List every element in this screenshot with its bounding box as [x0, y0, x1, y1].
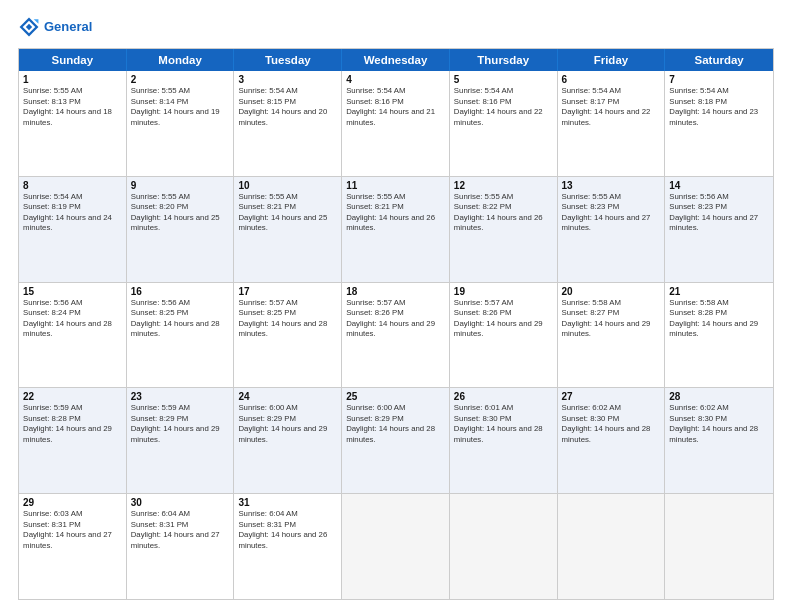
cell-info: Sunrise: 5:57 AM Sunset: 8:26 PM Dayligh… [454, 298, 553, 340]
day-number: 23 [131, 391, 230, 402]
cell-info: Sunrise: 6:01 AM Sunset: 8:30 PM Dayligh… [454, 403, 553, 445]
header-day-tuesday: Tuesday [234, 49, 342, 71]
day-number: 13 [562, 180, 661, 191]
day-number: 11 [346, 180, 445, 191]
day-number: 16 [131, 286, 230, 297]
cell-info: Sunrise: 6:00 AM Sunset: 8:29 PM Dayligh… [238, 403, 337, 445]
header-day-friday: Friday [558, 49, 666, 71]
day-number: 12 [454, 180, 553, 191]
calendar-cell-14: 14Sunrise: 5:56 AM Sunset: 8:23 PM Dayli… [665, 177, 773, 282]
logo-text: General [44, 19, 92, 35]
cell-info: Sunrise: 5:57 AM Sunset: 8:25 PM Dayligh… [238, 298, 337, 340]
calendar-cell-17: 17Sunrise: 5:57 AM Sunset: 8:25 PM Dayli… [234, 283, 342, 388]
calendar-cell-13: 13Sunrise: 5:55 AM Sunset: 8:23 PM Dayli… [558, 177, 666, 282]
cell-info: Sunrise: 5:54 AM Sunset: 8:16 PM Dayligh… [346, 86, 445, 128]
day-number: 8 [23, 180, 122, 191]
cell-info: Sunrise: 5:55 AM Sunset: 8:20 PM Dayligh… [131, 192, 230, 234]
calendar-cell-empty [450, 494, 558, 599]
calendar-cell-1: 1Sunrise: 5:55 AM Sunset: 8:13 PM Daylig… [19, 71, 127, 176]
calendar-header: SundayMondayTuesdayWednesdayThursdayFrid… [19, 49, 773, 71]
calendar-cell-26: 26Sunrise: 6:01 AM Sunset: 8:30 PM Dayli… [450, 388, 558, 493]
day-number: 15 [23, 286, 122, 297]
day-number: 17 [238, 286, 337, 297]
calendar-row-1: 8Sunrise: 5:54 AM Sunset: 8:19 PM Daylig… [19, 176, 773, 282]
header-day-wednesday: Wednesday [342, 49, 450, 71]
logo-line1: General [44, 19, 92, 34]
day-number: 6 [562, 74, 661, 85]
day-number: 26 [454, 391, 553, 402]
cell-info: Sunrise: 5:55 AM Sunset: 8:21 PM Dayligh… [238, 192, 337, 234]
calendar-cell-24: 24Sunrise: 6:00 AM Sunset: 8:29 PM Dayli… [234, 388, 342, 493]
cell-info: Sunrise: 6:02 AM Sunset: 8:30 PM Dayligh… [562, 403, 661, 445]
page: General SundayMondayTuesdayWednesdayThur… [0, 0, 792, 612]
logo-icon [18, 16, 40, 38]
header-day-sunday: Sunday [19, 49, 127, 71]
calendar-cell-15: 15Sunrise: 5:56 AM Sunset: 8:24 PM Dayli… [19, 283, 127, 388]
day-number: 20 [562, 286, 661, 297]
day-number: 14 [669, 180, 769, 191]
calendar-cell-9: 9Sunrise: 5:55 AM Sunset: 8:20 PM Daylig… [127, 177, 235, 282]
cell-info: Sunrise: 5:59 AM Sunset: 8:28 PM Dayligh… [23, 403, 122, 445]
calendar-row-2: 15Sunrise: 5:56 AM Sunset: 8:24 PM Dayli… [19, 282, 773, 388]
cell-info: Sunrise: 5:56 AM Sunset: 8:23 PM Dayligh… [669, 192, 769, 234]
calendar-cell-30: 30Sunrise: 6:04 AM Sunset: 8:31 PM Dayli… [127, 494, 235, 599]
calendar-cell-28: 28Sunrise: 6:02 AM Sunset: 8:30 PM Dayli… [665, 388, 773, 493]
calendar-row-4: 29Sunrise: 6:03 AM Sunset: 8:31 PM Dayli… [19, 493, 773, 599]
calendar-cell-18: 18Sunrise: 5:57 AM Sunset: 8:26 PM Dayli… [342, 283, 450, 388]
cell-info: Sunrise: 5:54 AM Sunset: 8:17 PM Dayligh… [562, 86, 661, 128]
calendar: SundayMondayTuesdayWednesdayThursdayFrid… [18, 48, 774, 600]
header: General [18, 16, 774, 38]
day-number: 10 [238, 180, 337, 191]
calendar-cell-empty [665, 494, 773, 599]
calendar-cell-31: 31Sunrise: 6:04 AM Sunset: 8:31 PM Dayli… [234, 494, 342, 599]
calendar-cell-3: 3Sunrise: 5:54 AM Sunset: 8:15 PM Daylig… [234, 71, 342, 176]
calendar-cell-12: 12Sunrise: 5:55 AM Sunset: 8:22 PM Dayli… [450, 177, 558, 282]
calendar-cell-21: 21Sunrise: 5:58 AM Sunset: 8:28 PM Dayli… [665, 283, 773, 388]
cell-info: Sunrise: 6:03 AM Sunset: 8:31 PM Dayligh… [23, 509, 122, 551]
day-number: 22 [23, 391, 122, 402]
calendar-cell-11: 11Sunrise: 5:55 AM Sunset: 8:21 PM Dayli… [342, 177, 450, 282]
header-day-monday: Monday [127, 49, 235, 71]
day-number: 31 [238, 497, 337, 508]
day-number: 24 [238, 391, 337, 402]
calendar-cell-23: 23Sunrise: 5:59 AM Sunset: 8:29 PM Dayli… [127, 388, 235, 493]
calendar-cell-20: 20Sunrise: 5:58 AM Sunset: 8:27 PM Dayli… [558, 283, 666, 388]
day-number: 19 [454, 286, 553, 297]
calendar-row-0: 1Sunrise: 5:55 AM Sunset: 8:13 PM Daylig… [19, 71, 773, 176]
day-number: 28 [669, 391, 769, 402]
calendar-cell-5: 5Sunrise: 5:54 AM Sunset: 8:16 PM Daylig… [450, 71, 558, 176]
calendar-body: 1Sunrise: 5:55 AM Sunset: 8:13 PM Daylig… [19, 71, 773, 599]
calendar-cell-empty [558, 494, 666, 599]
calendar-cell-empty [342, 494, 450, 599]
calendar-cell-4: 4Sunrise: 5:54 AM Sunset: 8:16 PM Daylig… [342, 71, 450, 176]
day-number: 2 [131, 74, 230, 85]
day-number: 18 [346, 286, 445, 297]
cell-info: Sunrise: 5:57 AM Sunset: 8:26 PM Dayligh… [346, 298, 445, 340]
cell-info: Sunrise: 5:55 AM Sunset: 8:13 PM Dayligh… [23, 86, 122, 128]
day-number: 3 [238, 74, 337, 85]
day-number: 30 [131, 497, 230, 508]
cell-info: Sunrise: 6:02 AM Sunset: 8:30 PM Dayligh… [669, 403, 769, 445]
cell-info: Sunrise: 6:00 AM Sunset: 8:29 PM Dayligh… [346, 403, 445, 445]
calendar-cell-29: 29Sunrise: 6:03 AM Sunset: 8:31 PM Dayli… [19, 494, 127, 599]
day-number: 27 [562, 391, 661, 402]
cell-info: Sunrise: 5:54 AM Sunset: 8:19 PM Dayligh… [23, 192, 122, 234]
calendar-row-3: 22Sunrise: 5:59 AM Sunset: 8:28 PM Dayli… [19, 387, 773, 493]
day-number: 5 [454, 74, 553, 85]
cell-info: Sunrise: 5:54 AM Sunset: 8:16 PM Dayligh… [454, 86, 553, 128]
calendar-cell-7: 7Sunrise: 5:54 AM Sunset: 8:18 PM Daylig… [665, 71, 773, 176]
calendar-cell-16: 16Sunrise: 5:56 AM Sunset: 8:25 PM Dayli… [127, 283, 235, 388]
logo: General [18, 16, 92, 38]
calendar-cell-22: 22Sunrise: 5:59 AM Sunset: 8:28 PM Dayli… [19, 388, 127, 493]
cell-info: Sunrise: 5:54 AM Sunset: 8:18 PM Dayligh… [669, 86, 769, 128]
cell-info: Sunrise: 5:56 AM Sunset: 8:24 PM Dayligh… [23, 298, 122, 340]
day-number: 1 [23, 74, 122, 85]
calendar-cell-19: 19Sunrise: 5:57 AM Sunset: 8:26 PM Dayli… [450, 283, 558, 388]
header-day-saturday: Saturday [665, 49, 773, 71]
day-number: 4 [346, 74, 445, 85]
cell-info: Sunrise: 5:55 AM Sunset: 8:22 PM Dayligh… [454, 192, 553, 234]
cell-info: Sunrise: 5:55 AM Sunset: 8:23 PM Dayligh… [562, 192, 661, 234]
day-number: 29 [23, 497, 122, 508]
calendar-cell-25: 25Sunrise: 6:00 AM Sunset: 8:29 PM Dayli… [342, 388, 450, 493]
calendar-cell-6: 6Sunrise: 5:54 AM Sunset: 8:17 PM Daylig… [558, 71, 666, 176]
